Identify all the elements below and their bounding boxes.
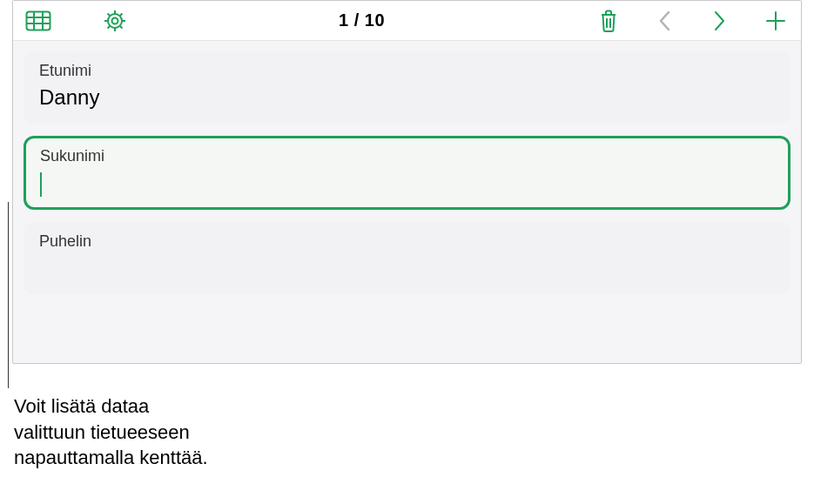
table-icon [25, 10, 51, 31]
field-card-puhelin[interactable]: Puhelin [24, 222, 790, 294]
callout-line-2: valittuun tietueeseen [14, 420, 208, 446]
toolbar-right-group [589, 2, 796, 40]
previous-record-button[interactable] [644, 2, 684, 40]
field-value [40, 171, 774, 197]
svg-line-12 [120, 25, 123, 28]
svg-line-14 [120, 13, 123, 16]
chevron-left-icon [657, 10, 671, 32]
svg-line-13 [108, 25, 111, 28]
gear-icon [103, 9, 127, 33]
callout-leader-line [8, 202, 9, 388]
field-value: Danny [39, 85, 775, 111]
toolbar-left-group [18, 2, 135, 40]
next-record-button[interactable] [700, 2, 740, 40]
settings-button[interactable] [95, 2, 135, 40]
plus-icon [764, 10, 787, 32]
table-view-button[interactable] [18, 2, 58, 40]
svg-line-11 [108, 13, 111, 16]
svg-point-6 [112, 17, 118, 24]
app-frame: 1 / 10 [12, 0, 802, 364]
field-value [39, 256, 775, 282]
callout-text: Voit lisätä dataa valittuun tietueeseen … [14, 393, 208, 471]
record-counter: 1 / 10 [339, 10, 385, 30]
field-label: Sukunimi [40, 147, 774, 165]
text-cursor [40, 172, 42, 197]
chevron-right-icon [713, 10, 727, 32]
svg-point-5 [108, 14, 122, 28]
svg-rect-0 [27, 11, 50, 30]
callout-line-3: napauttamalla kenttää. [14, 445, 208, 471]
delete-button[interactable] [589, 2, 629, 40]
field-label: Puhelin [39, 232, 775, 251]
trash-icon [598, 9, 619, 33]
content-area: Etunimi Danny Sukunimi Puhelin [13, 41, 801, 317]
toolbar: 1 / 10 [13, 1, 801, 41]
field-card-etunimi[interactable]: Etunimi Danny [24, 51, 790, 124]
callout-line-1: Voit lisätä dataa [14, 393, 208, 420]
field-card-sukunimi[interactable]: Sukunimi [24, 136, 790, 210]
add-record-button[interactable] [756, 2, 796, 40]
field-label: Etunimi [39, 62, 775, 80]
